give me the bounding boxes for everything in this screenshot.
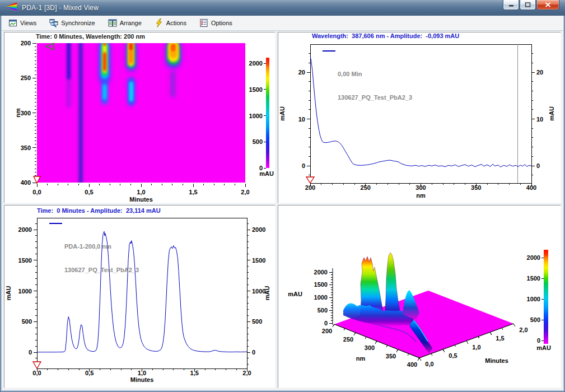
minimize-button[interactable] — [503, 0, 519, 10]
tick-mark — [466, 341, 468, 344]
y-axis-label-left: mAU — [279, 106, 286, 121]
tick-label: 1500 — [252, 257, 265, 264]
tick-label: 2000 — [527, 254, 540, 261]
surface3d-plot[interactable]: 0500100015002000mAU200250300350400nm0,00… — [278, 206, 562, 389]
tick-label: 500 — [252, 318, 262, 325]
synchronize-button[interactable]: Synchronize — [46, 16, 101, 30]
tick-label: 300 — [365, 344, 375, 351]
tick-label: 0 — [324, 320, 328, 326]
tick-label: 1500 — [249, 86, 263, 93]
heatmap-band — [103, 52, 106, 71]
tick-label: 400 — [526, 184, 536, 191]
legend-sample-name: 130627_PQ_Test_PbA2_3 — [338, 94, 412, 101]
spectrum-legend: 0,00 Min 130627_PQ_Test_PbA2_3 — [323, 46, 412, 117]
nm-axis-label: nm — [356, 355, 366, 362]
tick-label: 500 — [22, 318, 32, 325]
tick-label: 1000 — [249, 113, 263, 119]
tick-label: 2000 — [249, 60, 263, 67]
tick-mark — [396, 349, 398, 352]
tick-mark — [443, 349, 445, 352]
tick-label: 0 — [537, 337, 540, 344]
tick-label: 350 — [471, 184, 481, 191]
views-icon — [8, 18, 17, 27]
tick-label: 500 — [317, 307, 328, 314]
close-button[interactable] — [536, 0, 559, 10]
spectrum-panel: Wavelength: 387,606 nm - Amplitude: -0,0… — [278, 32, 561, 203]
legend-line-sample — [323, 50, 335, 52]
tick-label: 350 — [386, 353, 396, 360]
tick-label: 200 — [21, 40, 31, 46]
minimize-icon — [508, 2, 514, 7]
tick-mark — [419, 358, 421, 361]
tick-mark — [431, 353, 432, 355]
heatmap-band — [102, 84, 106, 99]
title-bar[interactable]: PDA-1 [3D] - Mixed View — [0, 0, 565, 16]
tick-label: 20 — [298, 69, 305, 76]
minutes-axis-label: Minutes — [485, 357, 508, 364]
position-marker[interactable] — [33, 362, 41, 368]
heatmap-band — [170, 71, 175, 97]
chromatogram-legend: PDA-1-200,0 nm 130627_PQ_Test_PbA2_3 — [49, 219, 139, 290]
options-icon — [199, 18, 208, 27]
tick-label: 500 — [530, 316, 540, 323]
heatmap-band — [67, 41, 71, 79]
x-axis-label: nm — [416, 192, 426, 199]
heatmap-band — [78, 40, 82, 185]
tick-label: 20 — [536, 69, 543, 76]
y-axis-label-right: mAU — [548, 106, 555, 121]
arrange-label: Arrange — [120, 20, 142, 26]
tick-label: 1000 — [18, 288, 32, 295]
surface3d-scene — [333, 253, 513, 358]
window-controls — [502, 0, 559, 10]
window-title: PDA-1 [3D] - Mixed View — [22, 4, 99, 12]
tick-label: 0 — [29, 349, 32, 356]
chromatogram-plot[interactable]: 005005001000100015001500200020000,00,51,… — [4, 206, 276, 389]
tick-label: 300 — [415, 184, 426, 191]
y-axis-label-right: mAU — [264, 286, 270, 301]
tick-label: 0,5 — [85, 370, 94, 376]
tick-label: 2000 — [314, 269, 328, 276]
arrange-icon — [108, 18, 117, 27]
tick-label: 1,0 — [137, 189, 145, 195]
tick-label: 200 — [305, 184, 315, 191]
heatmap-band — [67, 77, 71, 108]
tick-mark — [478, 337, 479, 338]
maximize-button[interactable] — [520, 0, 536, 10]
restore-icon — [525, 2, 531, 7]
mixed-view-content: Time: 0 Minutes, Wavelength: 200 nm 2002… — [2, 31, 563, 390]
colorbar-label: mAU — [536, 344, 551, 351]
surface3d-panel: 0500100015002000mAU200250300350400nm0,00… — [278, 205, 561, 388]
actions-label: Actions — [166, 20, 186, 26]
tick-label: 400 — [21, 179, 31, 186]
legend-channel: PDA-1-200,0 nm — [64, 242, 139, 250]
arrange-button[interactable]: Arrange — [105, 16, 148, 30]
y-axis-label: nm — [15, 108, 21, 118]
contour-panel: Time: 0 Minutes, Wavelength: 200 nm 2002… — [4, 32, 276, 203]
heatmap-band — [171, 44, 175, 52]
heatmap-band — [103, 42, 106, 46]
tick-label: 1000 — [527, 296, 540, 302]
actions-button[interactable]: Actions — [151, 16, 193, 30]
tick-label: 1,5 — [189, 189, 197, 195]
spectrum-plot[interactable]: 0010102020200250300350400nmmAUmAU — [278, 32, 562, 204]
position-marker[interactable] — [306, 177, 314, 183]
tick-label: 400 — [407, 361, 417, 368]
actions-icon — [155, 18, 164, 27]
options-button[interactable]: Options — [196, 16, 239, 30]
tick-label: 1500 — [527, 275, 540, 282]
tick-label: 0 — [302, 162, 305, 169]
tick-label: 0,0 — [32, 189, 41, 195]
tick-mark — [375, 341, 377, 344]
tick-mark — [502, 328, 503, 330]
tick-mark — [408, 354, 409, 356]
synchronize-icon — [49, 18, 58, 27]
contour-plot[interactable]: 2002503003504000,00,51,01,52,0Minutesnm2… — [4, 32, 276, 204]
tick-label: 0,0 — [425, 361, 433, 367]
tick-label: 10 — [536, 116, 543, 123]
tick-label: 250 — [21, 74, 31, 81]
tick-label: 1500 — [314, 281, 328, 288]
tick-label: 0 — [536, 162, 540, 169]
tick-label: 1,5 — [190, 370, 199, 376]
tick-label: 300 — [21, 110, 31, 116]
views-button[interactable]: Views — [5, 16, 43, 30]
